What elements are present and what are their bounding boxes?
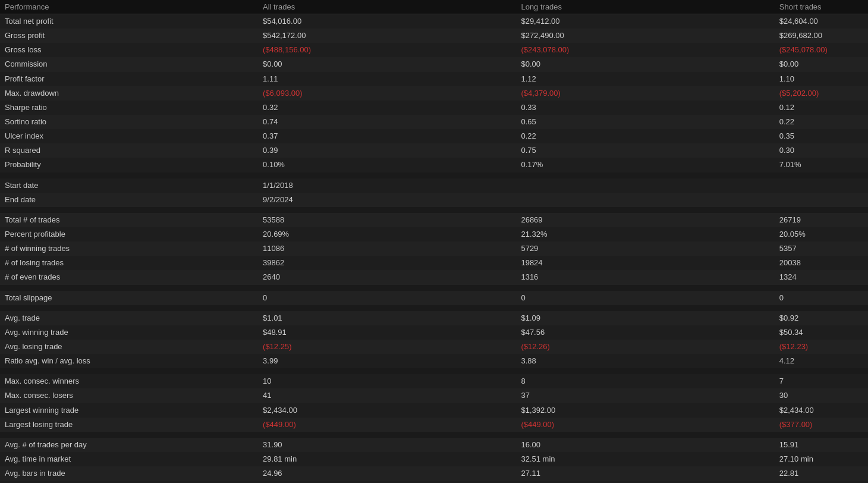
row-all: 31.90 bbox=[258, 438, 516, 452]
col-header-performance: Performance bbox=[0, 0, 258, 14]
row-label: R squared bbox=[0, 143, 258, 158]
row-short: ($5,202.00) bbox=[775, 86, 868, 101]
table-row: Start date1/1/2018 bbox=[0, 178, 868, 193]
table-row: Gross loss($488,156.00)($243,078.00)($24… bbox=[0, 43, 868, 57]
table-row: Max. drawdown($6,093.00)($4,379.00)($5,2… bbox=[0, 86, 868, 101]
spacer-row bbox=[0, 285, 868, 291]
table-row: Total net profit$54,016.00$29,412.00$24,… bbox=[0, 14, 868, 29]
row-long: ($12.26) bbox=[516, 340, 774, 354]
row-label: Avg. losing trade bbox=[0, 340, 258, 354]
row-label: Sharpe ratio bbox=[0, 101, 258, 115]
row-short: ($245,078.00) bbox=[775, 43, 868, 57]
row-long bbox=[516, 178, 774, 193]
row-label: Max. drawdown bbox=[0, 86, 258, 101]
row-label: Avg. winning trade bbox=[0, 325, 258, 340]
row-all: 9/2/2024 bbox=[258, 193, 516, 207]
row-label: Total # of trades bbox=[0, 213, 258, 227]
row-short: $308.43 bbox=[775, 481, 868, 483]
row-long: 0.33 bbox=[516, 101, 774, 115]
row-long: $272,490.00 bbox=[516, 29, 774, 43]
row-short: $0.00 bbox=[775, 57, 868, 71]
row-all: $2,434.00 bbox=[258, 403, 516, 418]
row-label: Commission bbox=[0, 57, 258, 71]
spacer-row bbox=[0, 305, 868, 311]
row-long bbox=[516, 193, 774, 207]
row-label: Ulcer index bbox=[0, 129, 258, 143]
row-long: 27.11 bbox=[516, 466, 774, 481]
row-all: 20.69% bbox=[258, 227, 516, 242]
row-short: 7.01% bbox=[775, 158, 868, 172]
table-row: Sortino ratio0.740.650.22 bbox=[0, 115, 868, 129]
row-long: $0.00 bbox=[516, 57, 774, 71]
row-label: # of even trades bbox=[0, 270, 258, 284]
table-row: Ulcer index0.370.220.35 bbox=[0, 129, 868, 143]
row-long: 0 bbox=[516, 291, 774, 305]
row-short: 0 bbox=[775, 291, 868, 305]
row-short: 20038 bbox=[775, 256, 868, 270]
table-header: Performance All trades Long trades Short… bbox=[0, 0, 868, 14]
row-short: 5357 bbox=[775, 242, 868, 256]
row-long: ($4,379.00) bbox=[516, 86, 774, 101]
table-row: Sharpe ratio0.320.330.12 bbox=[0, 101, 868, 115]
row-label: End date bbox=[0, 193, 258, 207]
row-short: 0.30 bbox=[775, 143, 868, 158]
performance-table: Performance All trades Long trades Short… bbox=[0, 0, 868, 483]
row-short: 0.22 bbox=[775, 115, 868, 129]
row-short bbox=[775, 193, 868, 207]
row-label: Avg. # of trades per day bbox=[0, 438, 258, 452]
row-long: 3.88 bbox=[516, 354, 774, 368]
row-short: 30 bbox=[775, 388, 868, 403]
table-row: Max. consec. losers413730 bbox=[0, 388, 868, 403]
row-label: Probability bbox=[0, 158, 258, 172]
table-row: Total # of trades535882686926719 bbox=[0, 213, 868, 227]
row-short: 0.12 bbox=[775, 101, 868, 115]
col-header-long: Long trades bbox=[516, 0, 774, 14]
table-row: Total slippage000 bbox=[0, 291, 868, 305]
table-row: Avg. losing trade($12.25)($12.26)($12.23… bbox=[0, 340, 868, 354]
row-short: 1324 bbox=[775, 270, 868, 284]
row-label: Ratio avg. win / avg. loss bbox=[0, 354, 258, 368]
row-label: Avg. bars in trade bbox=[0, 466, 258, 481]
table-row: Avg. bars in trade24.9627.1122.81 bbox=[0, 466, 868, 481]
row-long: $1.09 bbox=[516, 311, 774, 325]
row-short: 15.91 bbox=[775, 438, 868, 452]
table-row: Avg. winning trade$48.91$47.56$50.34 bbox=[0, 325, 868, 340]
table-row: End date9/2/2024 bbox=[0, 193, 868, 207]
row-short: 0.35 bbox=[775, 129, 868, 143]
row-long: 16.00 bbox=[516, 438, 774, 452]
row-label: Avg. time in market bbox=[0, 452, 258, 466]
row-all: ($488,156.00) bbox=[258, 43, 516, 57]
row-long: 0.22 bbox=[516, 129, 774, 143]
row-long: 21.32% bbox=[516, 227, 774, 242]
row-short: $269,682.00 bbox=[775, 29, 868, 43]
row-all: 24.96 bbox=[258, 466, 516, 481]
row-all: 0 bbox=[258, 291, 516, 305]
row-long: 5729 bbox=[516, 242, 774, 256]
row-all: $1.01 bbox=[258, 311, 516, 325]
row-short: $24,604.00 bbox=[775, 14, 868, 29]
row-long: $368.71 bbox=[516, 481, 774, 483]
row-label: Avg. trade bbox=[0, 311, 258, 325]
row-long: 1316 bbox=[516, 270, 774, 284]
row-all: 41 bbox=[258, 388, 516, 403]
row-label: Total slippage bbox=[0, 291, 258, 305]
row-label: Gross loss bbox=[0, 43, 258, 57]
row-label: # of winning trades bbox=[0, 242, 258, 256]
row-all: $542,172.00 bbox=[258, 29, 516, 43]
row-short: 20.05% bbox=[775, 227, 868, 242]
row-all: $677.14 bbox=[258, 481, 516, 483]
row-label: Profit factor bbox=[0, 72, 258, 86]
row-all: 0.37 bbox=[258, 129, 516, 143]
row-short: 4.12 bbox=[775, 354, 868, 368]
row-long: 1.12 bbox=[516, 72, 774, 86]
table-row: Avg. # of trades per day31.9016.0015.91 bbox=[0, 438, 868, 452]
row-all: 2640 bbox=[258, 270, 516, 284]
table-row: Avg. trade$1.01$1.09$0.92 bbox=[0, 311, 868, 325]
row-short: $0.92 bbox=[775, 311, 868, 325]
table-row: # of losing trades398621982420038 bbox=[0, 256, 868, 270]
row-all: ($6,093.00) bbox=[258, 86, 516, 101]
row-all: ($12.25) bbox=[258, 340, 516, 354]
row-label: Sortino ratio bbox=[0, 115, 258, 129]
table-row: Profit factor1.111.121.10 bbox=[0, 72, 868, 86]
table-row: Max. consec. winners1087 bbox=[0, 374, 868, 388]
